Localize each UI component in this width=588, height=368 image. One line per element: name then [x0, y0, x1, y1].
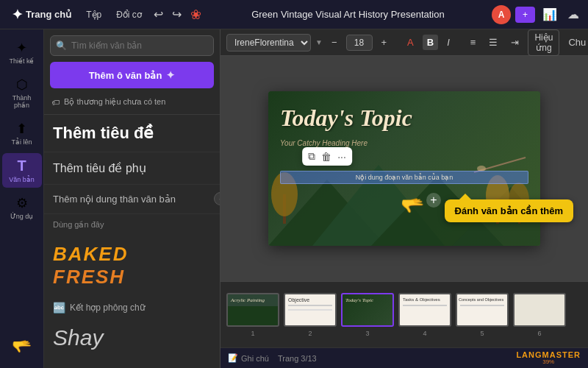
upload-icon: ⬆ — [16, 121, 27, 137]
undo-btn[interactable]: ↩ — [151, 6, 166, 23]
thumb-num-6: 6 — [537, 330, 541, 337]
body-option[interactable]: Thêm nội dung thân văn bản — [44, 185, 220, 214]
status-right: LANGMASTER 39% — [516, 350, 581, 366]
elements-icon: ⬡ — [16, 77, 28, 93]
brand-kit-row[interactable]: 🏷 Bộ thương hiệu chưa có ten — [44, 93, 220, 115]
sidebar-item-van-ban[interactable]: T Văn bản — [2, 153, 42, 188]
sidebar-item-ung-dung[interactable]: ⚙ Ứng dụ — [2, 191, 42, 224]
bottom-tooltip: Đánh văn bản cần thêm — [445, 199, 573, 222]
sidebar-item-tai-len[interactable]: ⬆ Tải lên — [2, 116, 42, 150]
sidebar-item-thiet-ke[interactable]: ✦ Thiết kế — [2, 35, 42, 69]
font-family-select[interactable]: IreneFlorentina — [226, 34, 311, 52]
indent-btn[interactable]: ⇥ — [506, 35, 523, 50]
slide-thumb-3[interactable]: Today's Topic — [341, 293, 394, 327]
bottom-tooltip-text: Đánh văn bản cần thêm — [455, 205, 563, 216]
slide-subtitle: Your Catchy Heading Here — [280, 139, 368, 147]
heading-label: Thêm tiêu đề — [53, 124, 154, 142]
font-sample-shay[interactable]: Shay — [44, 319, 220, 356]
search-wrap: 🔍 — [50, 35, 214, 56]
sparkle-icon: ✦ — [166, 69, 175, 81]
langmaster-logo: LANGMASTER 39% — [516, 350, 581, 366]
font-size-input[interactable] — [346, 35, 373, 51]
slide-canvas[interactable]: Today's Topic Your Catchy Heading Here ⧉… — [268, 91, 540, 246]
search-input[interactable] — [50, 35, 214, 56]
notes-label: Ghi chú — [241, 354, 269, 363]
slide-strip: Acrylic Painting 1 Objective 2 Today's T… — [220, 281, 588, 347]
chu-btn[interactable]: Chu — [564, 35, 588, 50]
main-layout: ✦ Thiết kế ⬡ Thành phần ⬆ Tải lên T Văn … — [0, 29, 588, 368]
slide-thumb-4[interactable]: Tasks & Objectives — [398, 293, 451, 327]
notes-icon: 📝 — [228, 353, 238, 363]
slide-title: Today's Topic — [280, 105, 533, 132]
list-btn[interactable]: ☰ — [484, 35, 502, 50]
slide-strip-item-5[interactable]: Concepts and Objectives 5 — [456, 293, 509, 337]
slide-strip-item-6[interactable]: 6 — [513, 293, 566, 337]
font-sample-baked[interactable]: BAKED FRESH — [44, 236, 220, 296]
analytics-icon[interactable]: 📊 — [539, 6, 560, 23]
edit-menu[interactable]: Đổi cơ — [110, 7, 148, 23]
search-box: 🔍 — [44, 29, 220, 62]
canva-icon: ❀ — [187, 5, 204, 24]
duplicate-icon[interactable]: ⧉ — [308, 150, 315, 163]
effects-btn[interactable]: Hiệu ứng — [528, 29, 559, 56]
cloud-save-icon[interactable]: ☁ — [564, 6, 582, 23]
font-combo-row[interactable]: 🔤 Kết hợp phông chữ — [44, 296, 220, 319]
slide-thumb-6[interactable] — [513, 293, 566, 327]
slide-thumb-2[interactable]: Objective — [284, 293, 337, 327]
align-center-btn[interactable]: ≡ — [466, 35, 481, 50]
body-label: Thêm nội dung thân văn bản — [53, 194, 176, 205]
text-color-btn[interactable]: A — [403, 35, 418, 50]
recently-used-label: Dùng gần đây — [44, 214, 220, 236]
notes-status[interactable]: 📝 Ghi chú — [228, 353, 269, 363]
slide-thumb-1[interactable]: Acrylic Painting — [226, 293, 279, 327]
thumb-num-5: 5 — [480, 330, 484, 337]
redo-btn[interactable]: ↪ — [169, 6, 184, 23]
canvas-area: IreneFlorentina ▼ − + A B I ≡ ☰ ⇥ Hiệu ứ… — [220, 29, 588, 368]
delete-icon[interactable]: 🗑 — [321, 151, 331, 163]
slide-cursor: 🫳 — [401, 194, 424, 217]
langmaster-sub: 39% — [542, 359, 554, 366]
text-panel: 🔍 Thêm ô văn bản ✦ Thêm text tại đây 🏷 B… — [44, 29, 220, 368]
heading-option[interactable]: Thêm tiêu đề — [44, 115, 220, 152]
more-options-icon[interactable]: ··· — [337, 151, 346, 163]
brand-kit-icon: 🏷 — [51, 98, 60, 107]
status-bar: 📝 Ghi chú Trang 3/13 LANGMASTER 39% — [220, 347, 588, 368]
cursor-area: 🫳 — [6, 331, 37, 362]
add-text-button[interactable]: Thêm ô văn bản ✦ Thêm text tại đây — [50, 62, 214, 88]
user-avatar[interactable]: A — [492, 5, 511, 24]
slide-strip-item-3[interactable]: Today's Topic 3 — [341, 293, 394, 337]
home-nav[interactable]: Trang chủ — [26, 9, 71, 20]
page-label: Trang 3/13 — [278, 354, 317, 363]
add-here-icon: + — [426, 193, 441, 208]
bold-btn[interactable]: B — [423, 35, 438, 50]
slide-selected-text[interactable]: Nội dung đoạn văn bản của bạn — [280, 171, 528, 184]
icon-sidebar: ✦ Thiết kế ⬡ Thành phần ⬆ Tải lên T Văn … — [0, 29, 44, 368]
elements-label: Thành phần — [5, 94, 39, 109]
brand-kit-label: Bộ thương hiệu chưa có ten — [64, 97, 165, 107]
thumb-num-4: 4 — [423, 330, 426, 337]
font-size-minus[interactable]: − — [327, 35, 342, 50]
italic-btn[interactable]: I — [442, 35, 454, 50]
file-menu[interactable]: Tệp — [80, 7, 107, 23]
font-size-plus[interactable]: + — [377, 35, 392, 50]
slide-thumb-5[interactable]: Concepts and Objectives — [456, 293, 509, 327]
subheading-option[interactable]: Thêm tiêu đề phụ — [44, 152, 220, 185]
top-actions: A + 📊 ☁ — [492, 5, 582, 24]
slide-strip-item-4[interactable]: Tasks & Objectives 4 — [398, 293, 451, 337]
font-combo-label: Kết hợp phông chữ — [70, 302, 146, 313]
slide-canvas-wrap: Today's Topic Your Catchy Heading Here ⧉… — [220, 56, 588, 281]
slide-strip-item-2[interactable]: Objective 2 — [284, 293, 337, 337]
apps-icon: ⚙ — [16, 195, 28, 211]
design-label: Thiết kế — [9, 57, 34, 65]
sidebar-item-thanh-phan[interactable]: ⬡ Thành phần — [2, 72, 42, 113]
slide-strip-item-1[interactable]: Acrylic Painting 1 — [226, 293, 279, 337]
text-label: Văn bản — [9, 176, 35, 183]
thumb-num-1: 1 — [251, 330, 254, 337]
apps-label: Ứng dụ — [10, 213, 34, 220]
thumb-num-3: 3 — [365, 330, 369, 337]
app-logo: ✦ Trang chủ — [6, 7, 77, 23]
thumb-num-2: 2 — [308, 330, 312, 337]
subheading-label: Thêm tiêu đề phụ — [53, 162, 146, 174]
text-icon: T — [17, 158, 26, 174]
share-button[interactable]: + — [515, 7, 535, 23]
